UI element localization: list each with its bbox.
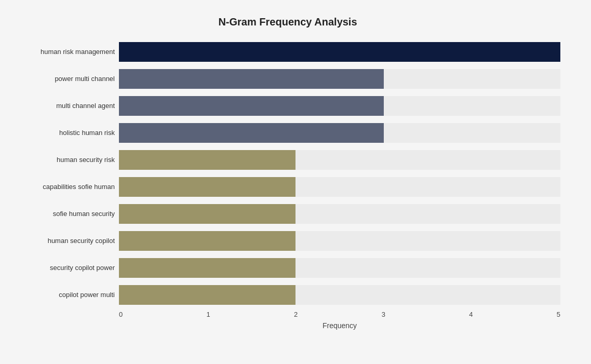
bar-row: human risk management: [15, 38, 560, 65]
bar-label: human security copilot: [15, 237, 119, 245]
bar: [119, 285, 296, 305]
chart-title: N-Gram Frequency Analysis: [15, 16, 560, 28]
bar-wrapper: [119, 150, 560, 170]
x-tick: 2: [294, 311, 298, 318]
bar-row: holistic human risk: [15, 119, 560, 146]
bar-row: security copilot power: [15, 254, 560, 281]
bar-label: power multi channel: [15, 75, 119, 83]
x-tick: 0: [119, 311, 123, 318]
bar-wrapper: [119, 177, 560, 197]
x-axis: 012345: [119, 311, 560, 318]
bar-wrapper: [119, 69, 560, 89]
x-tick: 3: [382, 311, 385, 318]
bar-label: multi channel agent: [15, 102, 119, 110]
chart-area: human risk managementpower multi channel…: [15, 38, 560, 308]
bar: [119, 177, 296, 197]
x-tick: 5: [557, 311, 560, 318]
bar-wrapper: [119, 285, 560, 305]
bar-label: human risk management: [15, 48, 119, 56]
bar-wrapper: [119, 231, 560, 251]
bar: [119, 69, 384, 89]
bar-label: human security risk: [15, 156, 119, 164]
bar-row: human security risk: [15, 146, 560, 173]
bar-wrapper: [119, 258, 560, 278]
bar-row: copilot power multi: [15, 281, 560, 308]
bar-wrapper: [119, 204, 560, 224]
bar-wrapper: [119, 42, 560, 62]
bar: [119, 204, 296, 224]
chart-container: N-Gram Frequency Analysis human risk man…: [10, 6, 581, 359]
bar-label: sofie human security: [15, 210, 119, 218]
bar-label: holistic human risk: [15, 129, 119, 137]
bar-row: capabilities sofie human: [15, 173, 560, 200]
bar-label: capabilities sofie human: [15, 183, 119, 191]
bar-row: human security copilot: [15, 227, 560, 254]
bar-label: security copilot power: [15, 264, 119, 272]
x-tick: 1: [207, 311, 210, 318]
bar: [119, 258, 296, 278]
bar-wrapper: [119, 123, 560, 143]
bar-row: power multi channel: [15, 65, 560, 92]
bar-row: multi channel agent: [15, 92, 560, 119]
bar: [119, 96, 384, 116]
bar: [119, 150, 296, 170]
bar: [119, 42, 560, 62]
bar-wrapper: [119, 96, 560, 116]
bar-label: copilot power multi: [15, 291, 119, 299]
bar: [119, 123, 384, 143]
x-tick: 4: [469, 311, 473, 318]
bar-row: sofie human security: [15, 200, 560, 227]
bar: [119, 231, 296, 251]
x-axis-title: Frequency: [119, 321, 560, 330]
